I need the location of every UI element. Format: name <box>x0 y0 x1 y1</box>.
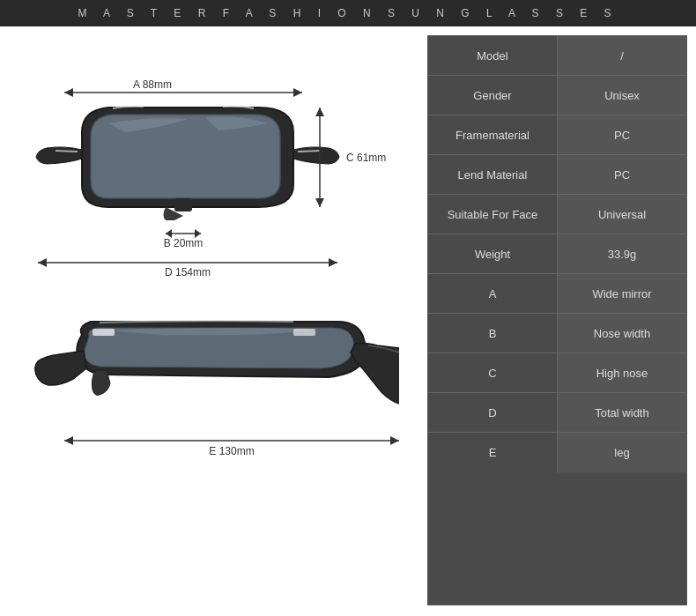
spec-row-d: D Total width <box>428 393 686 433</box>
spec-row-gender: Gender Unisex <box>428 76 686 115</box>
glasses-side-view: E 130mm <box>29 291 399 476</box>
spec-label-suitableforface: Suitable For Face <box>428 195 558 234</box>
svg-marker-17 <box>390 436 399 445</box>
svg-rect-13 <box>93 329 115 336</box>
svg-marker-12 <box>329 258 337 267</box>
dim-d-label: D 154mm <box>164 266 210 278</box>
svg-marker-8 <box>315 108 324 116</box>
spec-value-c: High nose <box>558 353 686 392</box>
spec-row-e: E leg <box>428 433 686 472</box>
svg-marker-9 <box>315 198 324 207</box>
spec-value-e: leg <box>558 433 686 472</box>
spec-value-gender: Unisex <box>558 76 686 115</box>
spec-row-suitableforface: Suitable For Face Universal <box>428 195 686 234</box>
spec-value-lendmaterial: PC <box>558 155 686 194</box>
spec-row-framematerial: Framematerial PC <box>428 115 686 155</box>
spec-label-weight: Weight <box>428 234 558 273</box>
spec-label-e: E <box>428 433 558 472</box>
specs-table: Model / Gender Unisex Framematerial PC <box>427 35 687 605</box>
spec-value-framematerial: PC <box>558 115 686 154</box>
spec-value-b: Nose width <box>558 314 686 353</box>
left-panel: A 88mm <box>9 35 418 605</box>
spec-label-c: C <box>428 353 558 392</box>
spec-value-d: Total width <box>558 393 686 432</box>
glasses-side-section: E 130mm <box>29 291 399 467</box>
spec-row-c: C High nose <box>428 353 686 393</box>
spec-row-b: B Nose width <box>428 314 686 353</box>
spec-row-model: Model / <box>428 36 686 76</box>
spec-row-lendmaterial: Lend Material PC <box>428 155 686 195</box>
spec-label-b: B <box>428 314 558 353</box>
svg-marker-11 <box>38 258 47 267</box>
glasses-top-section: A 88mm <box>29 44 399 282</box>
spec-row-a: A Wide mirror <box>428 274 686 314</box>
svg-rect-3 <box>174 198 192 212</box>
dim-e-label: E 130mm <box>209 445 254 457</box>
spec-row-weight: Weight 33.9g <box>428 234 686 274</box>
spec-value-weight: 33.9g <box>558 234 686 273</box>
spec-value-a: Wide mirror <box>558 274 686 313</box>
spec-label-gender: Gender <box>428 76 558 115</box>
header-title: M A S T E R F A S H I O N S U N G L A S … <box>78 7 618 19</box>
svg-marker-16 <box>64 436 73 445</box>
spec-label-model: Model <box>428 36 558 75</box>
spec-label-lendmaterial: Lend Material <box>428 155 558 194</box>
svg-marker-1 <box>64 88 73 97</box>
dim-a-label: A 88mm <box>132 78 171 91</box>
spec-label-framematerial: Framematerial <box>428 115 558 154</box>
spec-value-suitableforface: Universal <box>558 195 686 234</box>
main-content: A 88mm <box>0 26 696 614</box>
spec-label-a: A <box>428 274 558 313</box>
glasses-top-view: A 88mm <box>29 44 399 282</box>
dim-c-label: C 61mm <box>346 152 386 164</box>
spec-value-model: / <box>558 36 686 75</box>
page-header: M A S T E R F A S H I O N S U N G L A S … <box>0 0 696 26</box>
spec-label-d: D <box>428 393 558 432</box>
dim-b-label: B 20mm <box>163 237 203 249</box>
svg-marker-2 <box>293 88 302 97</box>
svg-rect-14 <box>293 329 315 336</box>
